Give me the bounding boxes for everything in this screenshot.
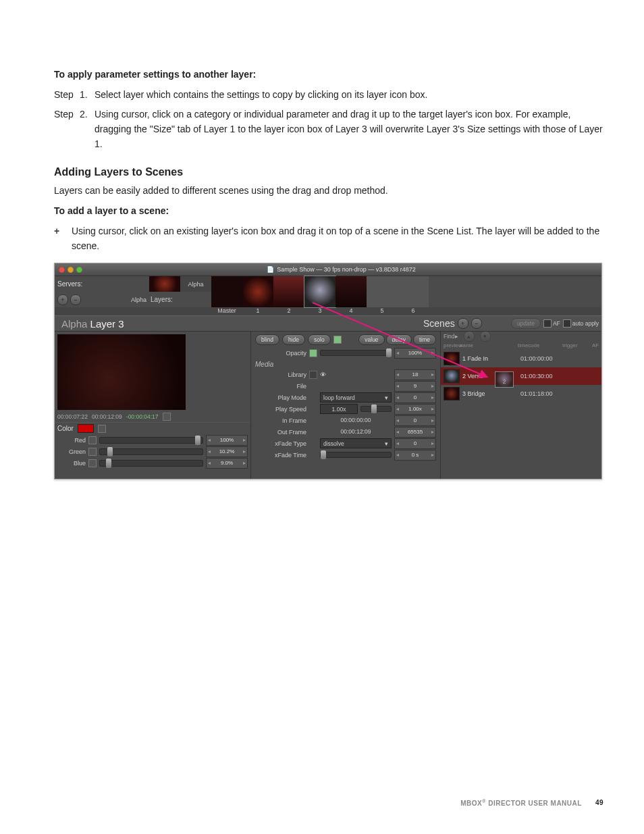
auto-apply-checkbox[interactable]: auto apply	[563, 319, 599, 328]
opacity-slider[interactable]	[320, 350, 392, 356]
footer-manual-title: MBOX® DIRECTOR USER MANUAL	[460, 799, 582, 807]
remove-scene-button[interactable]: −	[471, 318, 482, 329]
file-stepper[interactable]: ◂9▸	[394, 381, 436, 392]
media-category-label: Media	[255, 361, 273, 368]
servers-row: Servers:	[55, 276, 149, 292]
playspeed-label: Play Speed	[255, 406, 306, 413]
time-tab[interactable]: time	[413, 334, 436, 345]
scene-row-3[interactable]: 3 Bridge 01:01:18:00	[441, 385, 602, 402]
titlebar: 📄 Sample Show — 30 fps non-drop — v3.8D3…	[55, 263, 601, 276]
layer-label-6: 6	[398, 307, 429, 315]
scenes-title: Scenes	[423, 318, 455, 329]
layer-label-4: 4	[336, 307, 367, 315]
inframe-label: In Frame	[255, 417, 306, 424]
update-button[interactable]: update	[511, 318, 541, 329]
solo-button[interactable]: solo	[308, 334, 331, 345]
preview-toggle[interactable]	[163, 413, 171, 421]
green-slider[interactable]	[99, 448, 203, 455]
layer-thumb-2[interactable]	[273, 276, 304, 307]
layer-thumb-3[interactable]	[304, 276, 336, 307]
xfadetype-stepper[interactable]: ◂0▸	[394, 438, 436, 449]
scene-row-2[interactable]: 2 Verse 01:00:30:00 ✸	[441, 367, 602, 385]
blue-toggle[interactable]	[88, 459, 97, 467]
col-preview: preview	[444, 342, 460, 348]
eye-icon[interactable]: 👁	[320, 371, 327, 378]
server-tab-label-1[interactable]: Alpha	[131, 296, 146, 303]
col-af: AF	[592, 342, 602, 348]
hide-button[interactable]: hide	[282, 334, 305, 345]
blind-button[interactable]: blind	[255, 334, 279, 345]
server-buttons: + − Alpha	[55, 292, 149, 307]
delay-tab[interactable]: delay	[386, 334, 412, 345]
layer-thumb-1[interactable]	[242, 276, 273, 307]
layer-thumb-master[interactable]	[211, 276, 242, 307]
bullet-row: + Using cursor, click on an existing lay…	[54, 224, 603, 253]
outframe-stepper[interactable]: ◂65535▸	[394, 427, 436, 438]
xfadetime-stepper[interactable]: ◂0 s▸	[394, 450, 436, 461]
color-swatch[interactable]	[78, 424, 94, 433]
xfadetype-select[interactable]: dissolve▾	[320, 438, 392, 448]
playspeed-stepper[interactable]: ◂1.00x▸	[394, 404, 436, 415]
blue-stepper[interactable]: ◂9.0%▸	[206, 458, 248, 469]
red-slider[interactable]	[99, 437, 203, 444]
step-2-row: Step 2. Using cursor, click on a categor…	[54, 107, 603, 151]
green-toggle[interactable]	[88, 448, 97, 456]
servers-label: Servers:	[57, 280, 82, 288]
step-2-number: 2.	[80, 107, 95, 151]
blue-slider[interactable]	[99, 460, 203, 467]
library-stepper[interactable]: ◂18▸	[394, 369, 436, 380]
xfadetime-slider[interactable]	[320, 452, 392, 458]
inframe-stepper[interactable]: ◂0▸	[394, 415, 436, 426]
green-stepper[interactable]: ◂10.2%▸	[206, 446, 248, 457]
layer-thumb-4[interactable]	[336, 276, 367, 307]
section-intro-text: Layers can be easily added to different …	[54, 184, 603, 199]
library-toggle[interactable]	[309, 371, 317, 379]
xfadetype-label: xFade Type	[255, 440, 306, 447]
step-2-label: Step	[54, 107, 80, 151]
step-2-text: Using cursor, click on a category or ind…	[95, 107, 603, 151]
green-label: Green	[57, 448, 86, 455]
col-trigger: trigger	[562, 342, 592, 348]
minimize-icon[interactable]	[68, 267, 74, 273]
layer-label-strip: Master 1 2 3 4 5 6	[55, 307, 601, 315]
find-field[interactable]: Find▸	[444, 333, 458, 340]
red-stepper[interactable]: ◂100%▸	[206, 435, 248, 446]
remove-server-button[interactable]: −	[70, 294, 81, 305]
layer-label-2: 2	[273, 307, 304, 315]
server-tab-alpha[interactable]: Alpha	[180, 276, 211, 292]
xfadetime-label: xFade Time	[255, 452, 306, 459]
step-1-row: Step 1. Select layer which contains the …	[54, 88, 603, 103]
blue-label: Blue	[57, 460, 86, 467]
layer-thumb-5[interactable]	[367, 276, 398, 307]
color-options[interactable]	[98, 425, 106, 433]
opacity-stepper[interactable]: ◂100%▸	[394, 348, 436, 359]
value-tab[interactable]: value	[358, 334, 384, 345]
zoom-icon[interactable]	[76, 267, 82, 273]
outframe-label: Out Frame	[255, 429, 306, 436]
playmode-stepper[interactable]: ◂0▸	[394, 392, 436, 403]
layer-label-master: Master	[211, 307, 242, 315]
scene-up-button[interactable]: ▴	[464, 331, 475, 342]
drag-ghost-thumb: 2	[495, 371, 514, 388]
footer-page-number: 49	[595, 799, 603, 806]
add-server-button[interactable]: +	[57, 294, 68, 305]
red-toggle[interactable]	[88, 436, 97, 444]
playmode-select[interactable]: loop forward▾	[320, 392, 392, 402]
scene-row-1[interactable]: 1 Fade In 01:00:00:00	[441, 350, 602, 367]
opacity-toggle[interactable]	[309, 349, 317, 357]
server-thumb[interactable]	[149, 276, 180, 292]
add-scene-button[interactable]: +	[458, 318, 468, 329]
inframe-value: 00:00:00:00	[320, 417, 392, 425]
bullet-text: Using cursor, click on an existing layer…	[72, 224, 603, 253]
file-label: File	[255, 383, 306, 390]
af-checkbox[interactable]: AF	[543, 319, 560, 328]
close-icon[interactable]	[59, 267, 65, 273]
parameters-column: blind hide solo value delay time Opacity	[251, 332, 441, 479]
layer-thumb-6[interactable]	[398, 276, 429, 307]
scene-down-button[interactable]: ▾	[480, 331, 491, 342]
scenes-column: Find▸ ▴ ▾ preview name timecode trigger …	[441, 332, 602, 479]
playspeed-slider[interactable]	[360, 406, 392, 412]
intro-heading-2: To add a layer to a scene:	[54, 204, 603, 219]
scene-thumb-3	[444, 387, 460, 400]
playspeed-display: 1.00x	[320, 404, 358, 414]
